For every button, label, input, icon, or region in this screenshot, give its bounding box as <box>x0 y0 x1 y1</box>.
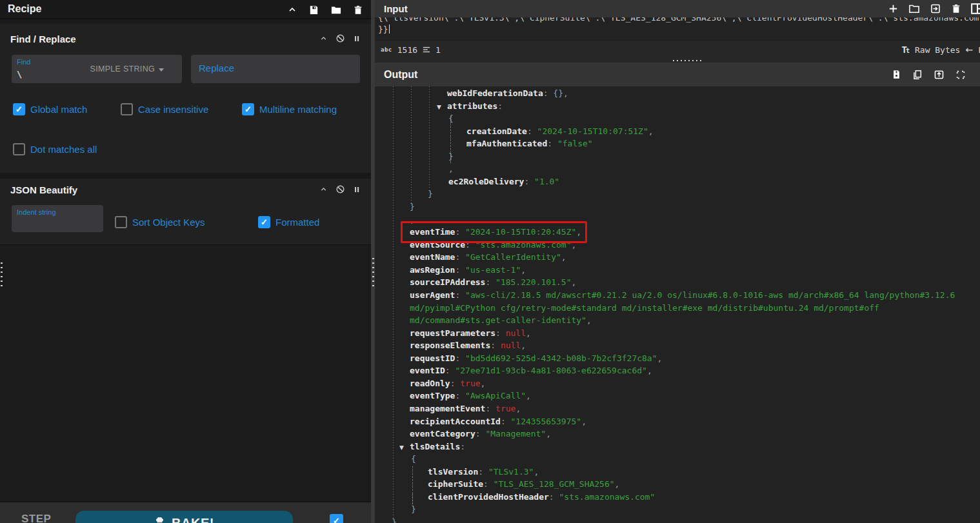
checkbox-dot-matches-all[interactable]: Dot matches all <box>13 143 97 155</box>
indent-string-label: Indent string <box>17 208 56 216</box>
operation-json-beautify[interactable]: JSON Beautify Indent string Sort Object … <box>0 179 371 245</box>
find-field[interactable]: Find \ SIMPLE STRING <box>12 55 182 83</box>
layout-grid-icon[interactable] <box>971 3 980 14</box>
recipe-panel: Recipe Find / Replace <box>0 0 371 523</box>
charenc-value[interactable]: Raw Bytes <box>915 45 960 55</box>
checkbox-box <box>258 216 270 228</box>
open-folder-icon[interactable] <box>908 3 920 14</box>
clear-input-trash-icon[interactable] <box>951 3 961 14</box>
output-line: ec2RoleDelivery: "1.0" <box>448 177 559 186</box>
output-line: tlsVersion: "TLSv1.3", <box>428 467 539 477</box>
input-title: Input <box>384 3 408 14</box>
output-line: md/command#sts.get-caller-identity", <box>410 315 592 325</box>
recipe-controls-bar: STEP BAKE! <box>0 501 371 523</box>
output-line: } <box>392 517 397 523</box>
line-count: 1 <box>435 45 441 55</box>
input-editor[interactable]: {\"tlsVersion\":\"TLSv1.3\",\"cipherSuit… <box>375 17 980 40</box>
output-line: awsRegion: "us-east-1", <box>410 265 526 275</box>
splitter-grip-dots <box>372 258 374 288</box>
find-type-dropdown[interactable]: SIMPLE STRING <box>90 64 155 74</box>
step-button[interactable]: STEP <box>21 513 51 523</box>
checkbox-label: Dot matches all <box>30 144 97 155</box>
output-line: ▼tlsDetails: <box>410 442 465 451</box>
recipe-drop-area[interactable] <box>0 246 371 501</box>
output-line: eventCategory: "Management", <box>410 429 551 439</box>
output-viewer[interactable]: webIdFederationData: {},▼attributes:{cre… <box>375 86 980 523</box>
checkbox-formatted[interactable]: Formatted <box>258 216 319 228</box>
output-line: eventType: "AwsApiCall", <box>410 391 531 400</box>
replace-field[interactable]: Replace <box>191 55 360 83</box>
bake-button[interactable]: BAKE! <box>75 511 293 523</box>
find-field-label: Find <box>17 58 30 66</box>
output-line: creationDate: "2024-10-15T10:07:51Z", <box>466 126 654 136</box>
output-line: eventName: "GetCallerIdentity", <box>410 252 566 262</box>
cyberchef-app: Recipe Find / Replace <box>0 0 980 523</box>
save-recipe-icon[interactable] <box>308 5 319 15</box>
output-line: } <box>411 504 416 514</box>
operation-title: Find / Replace <box>10 34 76 44</box>
output-line: } <box>410 202 415 212</box>
recipe-toolbar <box>287 0 363 19</box>
find-field-value: \ <box>17 69 22 79</box>
indent-string-field[interactable]: Indent string <box>12 205 103 232</box>
input-status-bar: abc 1516 1 Tt Raw Bytes ← L <box>375 40 980 58</box>
collapse-operation-icon[interactable] <box>319 34 328 43</box>
checkbox-box <box>330 514 343 523</box>
load-recipe-folder-icon[interactable] <box>330 5 342 15</box>
output-line: readOnly: true, <box>410 379 485 388</box>
io-area: Input {\"tlsVersion\":\" <box>375 0 980 523</box>
output-line: { <box>448 113 454 123</box>
save-output-icon[interactable] <box>892 69 901 80</box>
collapse-recipe-icon[interactable] <box>287 5 297 15</box>
input-output-divider[interactable] <box>375 58 980 63</box>
input-line-2: }} <box>378 25 390 34</box>
indent-guide <box>429 86 430 190</box>
copy-output-icon[interactable] <box>912 69 923 81</box>
open-file-as-input-icon[interactable] <box>930 3 941 14</box>
collapse-triangle-icon: ▼ <box>437 103 441 112</box>
input-status-right: Tt Raw Bytes ← L <box>902 41 980 58</box>
char-count: 1516 <box>397 45 417 55</box>
breakpoint-pause-icon[interactable] <box>353 185 361 194</box>
breakpoint-pause-icon[interactable] <box>353 34 361 43</box>
checkbox-label: Case insensitive <box>138 104 208 115</box>
checkbox-label: Global match <box>30 104 87 115</box>
output-line: clientProvidedHostHeader: "sts.amazonaws… <box>428 492 655 502</box>
output-line: recipientAccountId: "124355653975", <box>410 417 586 426</box>
output-line: managementEvent: true, <box>410 404 521 413</box>
operation-gap <box>0 173 371 179</box>
auto-bake-checkbox[interactable] <box>330 514 343 523</box>
output-line: sourceIPAddress: "185.220.101.5", <box>410 277 576 287</box>
bake-button-label: BAKE! <box>172 516 214 523</box>
line-count-icon <box>423 46 430 54</box>
charenc-icon[interactable]: Tt <box>902 44 910 55</box>
checkbox-box <box>13 143 25 155</box>
output-line: userAgent: "aws-cli/2.18.5 md/awscrt#0.2… <box>410 290 955 300</box>
output-toolbar <box>892 63 966 86</box>
indent-guide <box>412 466 413 505</box>
recipe-title-bar: Recipe <box>0 0 371 19</box>
chef-hat-icon <box>154 516 165 523</box>
output-line: , <box>448 164 454 173</box>
input-line-1: {\"tlsVersion\":\"TLSv1.3\",\"cipherSuit… <box>378 17 980 23</box>
output-line: requestID: "bd5dd692-525d-4342-b08b-7b2c… <box>410 353 662 363</box>
checkbox-box <box>121 103 133 115</box>
maximise-output-icon[interactable] <box>955 70 966 80</box>
disable-operation-icon[interactable] <box>335 34 345 43</box>
disable-operation-icon[interactable] <box>335 184 345 194</box>
output-line: { <box>411 454 416 464</box>
output-code: webIdFederationData: {},▼attributes:{cre… <box>375 86 980 523</box>
checkbox-sort-object-keys[interactable]: Sort Object Keys <box>115 216 205 228</box>
operation-find-replace[interactable]: Find / Replace Find \ SIMPLE STRING <box>0 24 371 173</box>
output-line: } <box>428 189 433 199</box>
move-output-to-input-icon[interactable] <box>934 69 945 80</box>
input-toolbar <box>888 0 980 17</box>
operations-splitter-grip[interactable] <box>1 262 3 288</box>
checkbox-multiline-matching[interactable]: Multiline matching <box>242 103 337 115</box>
collapse-operation-icon[interactable] <box>319 185 328 193</box>
clear-recipe-trash-icon[interactable] <box>353 5 363 15</box>
checkbox-global-match[interactable]: Global match <box>13 103 87 115</box>
add-tab-plus-icon[interactable] <box>888 3 899 14</box>
output-line: md/pyimpl#CPython cfg/retry-mode#standar… <box>410 303 879 313</box>
checkbox-case-insensitive[interactable]: Case insensitive <box>121 103 208 115</box>
